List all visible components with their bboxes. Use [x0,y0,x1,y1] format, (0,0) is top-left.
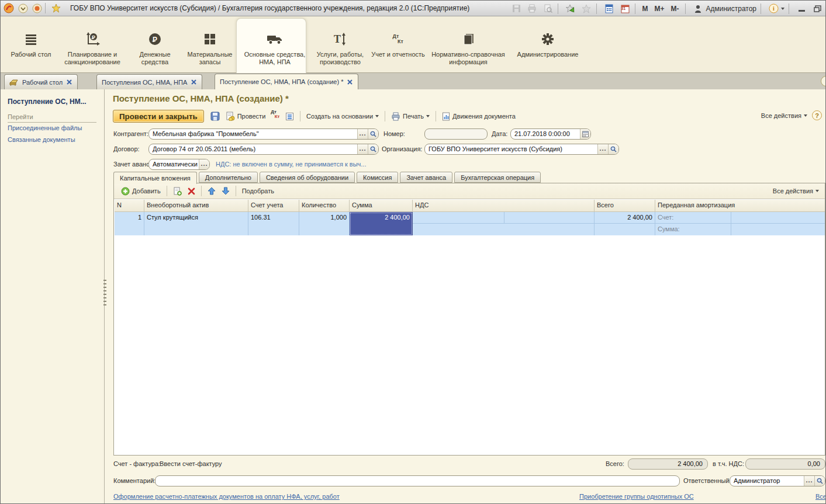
cell-quantity[interactable]: 1,000 [299,212,350,235]
post-and-close-button[interactable]: Провести и закрыть [113,110,204,123]
payment-documents-link[interactable]: Оформление расчетно-платежных документов… [113,493,340,500]
nds-note-link[interactable]: НДС: не включен в сумму, не принимается … [216,159,367,170]
post-button[interactable]: Провести [223,110,269,123]
cell-account[interactable]: 106.31 [248,212,299,235]
open-button[interactable] [608,144,618,154]
grid-all-actions-button[interactable]: Все действия [773,187,819,194]
section-services[interactable]: T Услуги, работы, производство [309,16,371,73]
all-link[interactable]: Все [815,493,826,500]
current-user-label[interactable]: Администратор [706,5,756,13]
responsible-field[interactable]: Администратор [730,475,825,486]
cell-asset[interactable]: Стул крутящийся [144,212,248,235]
tab-accounting-operation[interactable]: Бухгалтерская операция [454,172,541,183]
minimize-button[interactable] [796,3,807,15]
print-icon[interactable] [526,3,538,15]
calendar-picker-button[interactable] [580,129,590,139]
cell-row-number[interactable]: 1 [115,212,144,235]
main-menu-button[interactable] [17,2,29,14]
add-row-button[interactable]: Добавить [118,185,164,197]
preview-icon[interactable] [542,3,554,15]
choose-button[interactable] [597,144,608,154]
choose-button[interactable] [804,476,814,486]
section-desktop[interactable]: Рабочий стол [8,16,54,73]
save-button[interactable] [208,110,223,123]
info-dropdown-icon[interactable] [781,8,784,10]
tab-equipment-info[interactable]: Сведения об оборудовании [260,172,355,183]
cell-amort-sum-value[interactable] [731,224,825,235]
close-tab-icon[interactable] [347,79,353,85]
add-to-favorites-icon[interactable] [565,3,576,15]
move-up-button[interactable] [205,185,219,197]
close-tab-icon[interactable] [191,79,197,85]
open-button[interactable] [368,144,378,154]
zachet-avansa-field[interactable]: Автоматически [148,159,210,170]
memory-minus-button[interactable]: M- [668,5,681,13]
cell-nds-percent[interactable] [413,212,504,224]
comment-input[interactable] [155,475,680,486]
print-button[interactable]: Печать [388,110,433,123]
open-button[interactable] [368,129,378,139]
kontragent-field[interactable]: Мебельная фабрика "Проммебель" [148,128,379,140]
cell-total-bottom[interactable] [595,224,655,235]
journal-button[interactable] [282,110,297,123]
sidebar-item-related-documents[interactable]: Связанные документы [8,136,75,143]
app-logo-icon[interactable] [3,2,15,14]
section-materials[interactable]: Материальные запасы [179,16,240,73]
save-icon[interactable] [510,3,522,15]
calculator-icon[interactable] [603,3,615,15]
choose-button[interactable] [199,159,209,169]
tab-advance-offset[interactable]: Зачет аванса [400,172,452,183]
tab-additional[interactable]: Дополнительно [199,172,258,183]
tab-receipts-list[interactable]: Поступления ОС, НМА, НПА [96,74,202,89]
cell-total[interactable]: 2 400,00 [595,212,655,224]
cell-amort-account-value[interactable] [731,212,825,224]
invoice-label: Счет - фактура: [113,458,160,470]
memory-recall-button[interactable]: M [640,5,650,13]
document-toolbar: Провести и закрыть Провести Дт Кт Создат… [113,109,519,123]
dt-kt-button[interactable]: Дт Кт [268,110,282,123]
cell-nds-sum[interactable] [504,212,595,224]
sidebar-splitter[interactable] [103,280,106,307]
all-actions-button[interactable]: Все действия [761,112,807,119]
tab-receipt-document[interactable]: Поступление ОС, НМА, НПА (создание) * [215,74,358,89]
favorites-list-icon[interactable] [580,3,592,15]
restore-button[interactable] [811,3,823,15]
copy-row-button[interactable] [170,185,185,197]
memory-plus-button[interactable]: M+ [652,5,666,13]
pick-button[interactable]: Подобрать [239,185,277,197]
delete-row-button[interactable] [185,185,198,197]
record-circle-icon[interactable] [31,2,43,14]
tab-commission[interactable]: Комиссия [357,172,398,183]
cell-sum-selected[interactable]: 2 400,00 [350,212,413,235]
cell-nds-account[interactable] [413,224,595,235]
section-fixed-assets[interactable]: Основные средства, НМА, НПА [240,16,309,73]
document-movements-button[interactable]: Движения документа [439,110,519,123]
enter-invoice-link[interactable]: Ввести счет-фактуру [160,458,222,470]
info-icon[interactable]: i [768,3,779,15]
dogovor-field[interactable]: Договор 74 от 20.05.2011 (мебель) [148,144,379,155]
tab-desktop[interactable]: Рабочий стол [4,74,78,89]
open-button[interactable] [814,476,825,486]
organization-field[interactable]: ГОБУ ВПО Университет искусств (Субсидия) [424,144,619,155]
section-accounting[interactable]: Дт Кт Учет и отчетность [371,16,425,73]
choose-button[interactable] [357,129,368,139]
section-planning[interactable]: P Планирование и санкционирование [54,16,130,73]
including-nds-field[interactable]: 0,00 [745,458,825,470]
section-money[interactable]: P Денежные средства [130,16,179,73]
section-reference[interactable]: Нормативно-справочная информация [425,16,512,73]
group-acquisition-link[interactable]: Приобретение группы однотипных ОС [579,493,694,500]
close-tab-icon[interactable] [66,79,72,85]
total-field[interactable]: 2 400,00 [628,458,708,470]
calendar-icon[interactable]: 31 [619,3,631,15]
choose-button[interactable] [357,144,368,154]
tab-scroll-button[interactable] [820,75,826,87]
section-administration[interactable]: Администрирование [512,16,584,73]
number-field[interactable] [424,128,488,140]
favorites-star-icon[interactable] [50,2,62,14]
sidebar-item-attached-files[interactable]: Присоединенные файлы [8,124,82,131]
tab-capital-investments[interactable]: Капитальные вложения [113,172,197,184]
create-based-on-button[interactable]: Создать на основании [303,110,382,123]
help-button[interactable]: ? [812,110,822,120]
date-field[interactable]: 21.07.2018 0:00:00 [510,128,591,140]
move-down-button[interactable] [219,185,233,197]
